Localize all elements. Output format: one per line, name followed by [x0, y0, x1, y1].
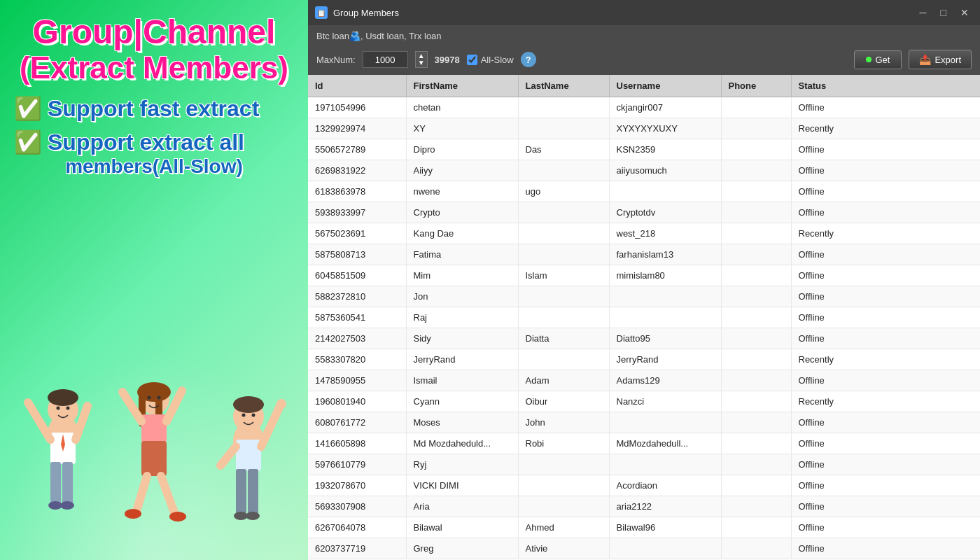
- cell-lastname: [518, 496, 609, 517]
- cell-id: 5583307820: [308, 349, 406, 370]
- table-row[interactable]: 1329929974XYXYXYXYXUXYRecently: [308, 118, 980, 139]
- cell-status: Offline: [791, 538, 980, 559]
- svg-rect-8: [62, 462, 73, 504]
- get-label: Get: [875, 55, 890, 65]
- table-row[interactable]: 6045851509MimIslammimislam80Offline: [308, 265, 980, 286]
- cell-status: Recently: [791, 349, 980, 370]
- table-row[interactable]: 1971054996chetanckjangir007Offline: [308, 97, 980, 118]
- cell-firstname: Crypto: [406, 202, 518, 223]
- feature-fast-text: Support fast extract: [48, 96, 259, 122]
- cell-firstname: Sidy: [406, 328, 518, 349]
- table-row[interactable]: 5875360541RajOffline: [308, 307, 980, 328]
- cell-id: 5875360541: [308, 307, 406, 328]
- svg-point-18: [158, 396, 161, 400]
- feature-fast-extract: ✅ Support fast extract: [14, 95, 294, 122]
- allslow-checkbox-label[interactable]: All-Slow: [467, 55, 514, 65]
- table-row[interactable]: 5693307908Ariaaria2122Offline: [308, 496, 980, 517]
- cell-status: Offline: [791, 475, 980, 496]
- cell-id: 6267064078: [308, 517, 406, 538]
- get-button[interactable]: Get: [854, 50, 902, 69]
- svg-line-21: [122, 392, 141, 421]
- table-row[interactable]: 6267064078BilawalAhmedBilawal96Offline: [308, 517, 980, 538]
- cell-phone: [721, 118, 791, 139]
- cell-id: 1971054996: [308, 97, 406, 118]
- feature-extract-all: ✅ Support extract all members(All-Slow): [14, 129, 294, 178]
- cell-id: 1932078670: [308, 475, 406, 496]
- cell-phone: [721, 391, 791, 412]
- table-row[interactable]: 6080761772MosesJohnOffline: [308, 412, 980, 433]
- cell-firstname: Jon: [406, 286, 518, 307]
- table-row[interactable]: 1416605898Md Mozdaheduld...RobiMdMozdahe…: [308, 433, 980, 454]
- table-row[interactable]: 6183863978nweneugoOffline: [308, 181, 980, 202]
- spinner-buttons[interactable]: ▲ ▼: [415, 51, 428, 68]
- close-button[interactable]: ✕: [956, 4, 973, 22]
- allslow-checkbox[interactable]: [467, 55, 477, 65]
- cell-firstname: chetan: [406, 97, 518, 118]
- cell-username: aiiyusomuch: [609, 160, 721, 181]
- table-row[interactable]: 5583307820JerryRandJerryRandRecently: [308, 349, 980, 370]
- table-row[interactable]: 5875808713Fatimafarhanislam13Offline: [308, 244, 980, 265]
- window-controls[interactable]: ─ □ ✕: [916, 4, 973, 22]
- cell-id: 5506572789: [308, 139, 406, 160]
- cell-firstname: Aiiyy: [406, 160, 518, 181]
- maxnum-label: MaxNum:: [316, 55, 356, 65]
- cell-id: 1416605898: [308, 433, 406, 454]
- cell-phone: [721, 181, 791, 202]
- cell-status: Offline: [791, 496, 980, 517]
- cell-id: 6183863978: [308, 181, 406, 202]
- help-button[interactable]: ?: [521, 52, 536, 67]
- table-row[interactable]: 2142027503SidyDiattaDiatto95Offline: [308, 328, 980, 349]
- svg-rect-33: [236, 469, 246, 514]
- table-row[interactable]: 5882372810JonOffline: [308, 286, 980, 307]
- cell-phone: [721, 538, 791, 559]
- cell-username: [609, 412, 721, 433]
- toolbar-row: MaxNum: ▲ ▼ 39978 All-Slow ? Get 📤 Expor…: [308, 47, 980, 75]
- cell-status: Recently: [791, 391, 980, 412]
- right-panel: 📋 Group Members ─ □ ✕ Btc loan🫂, Usdt lo…: [308, 0, 980, 560]
- table-scroll-wrapper[interactable]: Id FirstName LastName Username Phone Sta…: [308, 75, 980, 560]
- minimize-button[interactable]: ─: [916, 4, 931, 22]
- maximize-button[interactable]: □: [937, 4, 951, 22]
- cell-status: Offline: [791, 202, 980, 223]
- get-dot-icon: [866, 57, 872, 62]
- cell-status: Recently: [791, 118, 980, 139]
- col-id: Id: [308, 75, 406, 97]
- cell-firstname: Mim: [406, 265, 518, 286]
- checkmark-icon1: ✅: [14, 95, 42, 122]
- cell-username: KSN2359: [609, 139, 721, 160]
- cell-username: Diatto95: [609, 328, 721, 349]
- maxnum-input[interactable]: [363, 51, 408, 68]
- svg-point-3: [57, 407, 60, 410]
- table-row[interactable]: 5938933997CryptoCryptotdvOffline: [308, 202, 980, 223]
- cell-firstname: Greg: [406, 538, 518, 559]
- table-row[interactable]: 6203737719GregAtivieOffline: [308, 538, 980, 559]
- table-row[interactable]: 1932078670VICKI DIMIAcordiaonOffline: [308, 475, 980, 496]
- table-row[interactable]: 6269831922AiiyyaiiyusomuchOffline: [308, 160, 980, 181]
- cell-id: 5675023691: [308, 223, 406, 244]
- cell-phone: [721, 286, 791, 307]
- cell-status: Offline: [791, 160, 980, 181]
- cell-lastname: Adam: [518, 370, 609, 391]
- export-button[interactable]: 📤 Export: [909, 50, 972, 69]
- cell-username: Adams129: [609, 370, 721, 391]
- svg-point-36: [276, 399, 286, 409]
- svg-rect-32: [236, 440, 261, 471]
- cell-lastname: [518, 223, 609, 244]
- cell-id: 6045851509: [308, 265, 406, 286]
- cell-lastname: [518, 97, 609, 118]
- table-row[interactable]: 1478590955IsmailAdamAdams129Offline: [308, 370, 980, 391]
- cell-phone: [721, 454, 791, 475]
- table-row[interactable]: 5506572789DiproDasKSN2359Offline: [308, 139, 980, 160]
- svg-rect-19: [141, 414, 167, 442]
- svg-line-23: [136, 476, 147, 511]
- cell-firstname: JerryRand: [406, 349, 518, 370]
- svg-point-39: [246, 512, 260, 520]
- allslow-label: All-Slow: [481, 55, 514, 65]
- table-row[interactable]: 5675023691Kang Daewest_218Recently: [308, 223, 980, 244]
- title-line2: (Extract Members): [20, 51, 288, 85]
- cell-status: Offline: [791, 328, 980, 349]
- cell-phone: [721, 475, 791, 496]
- table-row[interactable]: 5976610779RyjOffline: [308, 454, 980, 475]
- cell-phone: [721, 97, 791, 118]
- table-row[interactable]: 1960801940CyannOiburNanzciRecently: [308, 391, 980, 412]
